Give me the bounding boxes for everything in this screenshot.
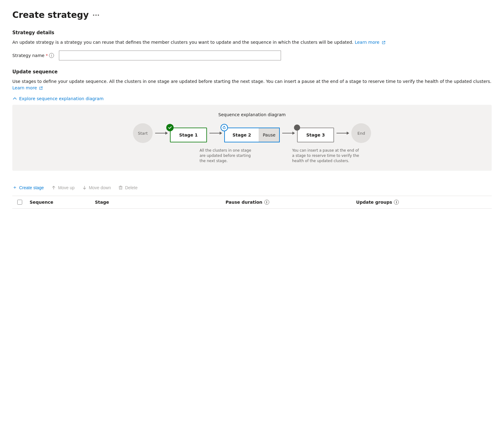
move-up-button[interactable]: Move up: [51, 184, 75, 191]
strategy-name-label: Strategy name * i: [12, 53, 54, 58]
annotation-1: All the clusters in one stage are update…: [200, 148, 255, 163]
strategy-name-input[interactable]: [59, 51, 281, 60]
pause-box: Pause: [259, 128, 279, 142]
move-down-button[interactable]: Move down: [82, 184, 111, 191]
select-all-checkbox[interactable]: [17, 200, 22, 205]
start-circle: Start: [133, 123, 153, 143]
page-title-container: Create strategy ···: [12, 10, 492, 20]
plus-icon: ＋: [12, 184, 17, 191]
stage-toolbar: ＋ Create stage Move up Move down Delete: [12, 179, 492, 196]
update-sequence-title: Update sequence: [12, 69, 492, 75]
external-link-icon-2: [39, 86, 43, 90]
arrow-4: [334, 133, 351, 133]
strategy-details-learn-more-link[interactable]: Learn more: [355, 40, 385, 45]
end-node: End: [351, 123, 371, 143]
arrow-2: [207, 133, 224, 133]
arrow-line-4: [337, 133, 349, 133]
strategy-name-row: Strategy name * i: [12, 51, 492, 60]
strategy-details-description: An update strategy is a strategy you can…: [12, 39, 492, 46]
table-header: Sequence Stage Pause duration i Update g…: [12, 196, 492, 209]
create-stage-button[interactable]: ＋ Create stage: [12, 183, 44, 192]
arrow-line-2: [209, 133, 222, 133]
stage1-box: Stage 1: [170, 128, 207, 142]
annotation-2: You can insert a pause at the end of a s…: [292, 148, 360, 163]
arrow-up-icon: [51, 185, 56, 190]
arrow-down-icon: [82, 185, 87, 190]
arrow-3: [280, 133, 297, 133]
end-circle: End: [351, 123, 371, 143]
arrow-1: [153, 133, 170, 133]
table-header-sequence: Sequence: [30, 200, 95, 205]
more-options-button[interactable]: ···: [93, 11, 100, 19]
diagram-flow: Start Stage 1: [22, 123, 482, 143]
table-header-checkbox-col: [17, 200, 30, 205]
arrow-line-3: [282, 133, 295, 133]
table-header-stage: Stage: [95, 200, 225, 205]
pause-duration-info-icon: i: [264, 200, 269, 205]
update-sequence-section: Update sequence Use stages to define you…: [12, 69, 492, 209]
table-header-pause: Pause duration i: [225, 200, 356, 205]
stage3-node: Stage 3: [297, 124, 334, 142]
table-header-update: Update groups i: [356, 200, 487, 205]
trash-icon: [118, 185, 123, 190]
update-sequence-description: Use stages to define your update sequenc…: [12, 78, 492, 91]
strategy-details-section: Strategy details An update strategy is a…: [12, 30, 492, 60]
update-groups-info-icon: i: [394, 200, 399, 205]
external-link-icon: [382, 41, 386, 44]
stage1-node: Stage 1: [170, 124, 207, 142]
explore-diagram-toggle[interactable]: Explore sequence explanation diagram: [12, 96, 492, 101]
required-indicator: *: [46, 53, 48, 58]
stage1-icon: [166, 124, 174, 131]
page-title: Create strategy: [12, 10, 89, 20]
strategy-name-info-icon: i: [49, 53, 54, 58]
update-sequence-learn-more-link[interactable]: Learn more: [12, 85, 43, 90]
sync-icon: [222, 126, 226, 129]
stage3-box: Stage 3: [297, 128, 334, 142]
chevron-up-icon: [12, 96, 17, 101]
arrow-line-1: [155, 133, 167, 133]
stage2-box: Stage 2: [225, 128, 259, 142]
sequence-diagram-container: Sequence explanation diagram Start S: [12, 105, 492, 171]
diagram-title: Sequence explanation diagram: [22, 112, 482, 117]
stage2-icon: [221, 124, 228, 131]
check-icon: [168, 125, 172, 130]
stage2-node: Stage 2 Pause: [224, 124, 280, 142]
start-node: Start: [133, 123, 153, 143]
delete-button[interactable]: Delete: [118, 184, 137, 191]
stage3-icon: [294, 125, 300, 131]
strategy-details-title: Strategy details: [12, 30, 492, 35]
